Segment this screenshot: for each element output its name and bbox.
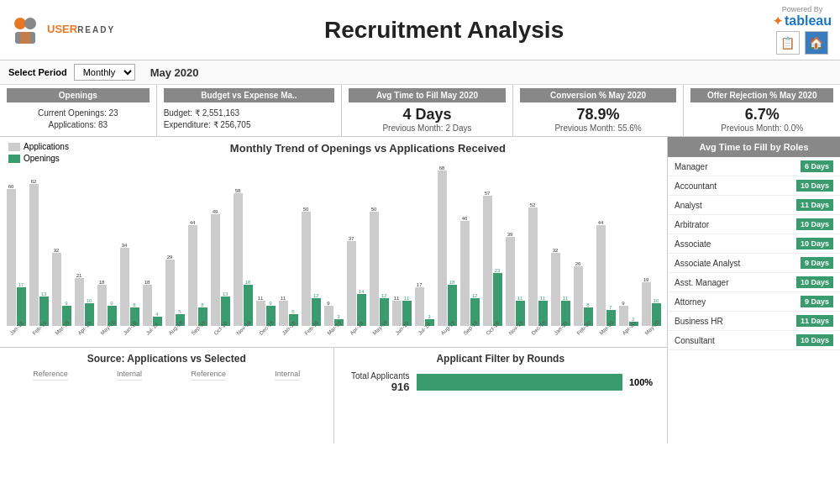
- svg-point-1: [24, 18, 36, 29]
- filter-label: Select Period: [8, 67, 67, 77]
- kpi-openings-title: Openings: [7, 88, 150, 102]
- role-name: Arbitrator: [675, 220, 709, 229]
- bar-group: 44 8 Sep-18: [186, 220, 208, 326]
- role-name: Business HR: [675, 317, 723, 326]
- bar-group: 17 3 Jul-19: [413, 282, 435, 326]
- role-days-badge: 10 Days: [796, 334, 833, 346]
- bar-group: 58 18 Nov-18: [232, 188, 254, 326]
- kpi-conversion-main: 78.9%: [520, 106, 677, 123]
- powered-by-label: Powered By: [773, 5, 832, 13]
- role-row: Business HR 11 Days: [668, 312, 840, 331]
- role-name: Associate Analyst: [675, 259, 740, 268]
- svg-rect-3: [20, 32, 30, 44]
- role-row: Attorney 9 Days: [668, 292, 840, 312]
- bar-group: 9 2 Apr-20: [617, 301, 639, 326]
- legend-open-box: [8, 155, 20, 163]
- period-label: May 2020: [150, 66, 199, 79]
- roles-list: Manager 6 Days Accountant 10 Days Analys…: [668, 157, 840, 444]
- col-ref2: Reference: [191, 370, 226, 381]
- kpi-avg-time: Avg Time to Fill May 2020 4 Days Previou…: [342, 85, 513, 136]
- bar-group: 18 4 Jul-18: [141, 280, 163, 326]
- role-days-badge: 9 Days: [801, 296, 833, 307]
- logo-text: USERREADY: [47, 24, 115, 35]
- role-days-badge: 9 Days: [801, 257, 833, 269]
- clipboard-icon[interactable]: 📋: [776, 31, 800, 55]
- bar-group: 68 18 Aug-19: [436, 165, 458, 326]
- bar-group: 62 13 Feb-18: [28, 179, 50, 326]
- bar-group: 39 11 Nov-19: [504, 232, 526, 326]
- role-row: Manager 6 Days: [668, 157, 840, 176]
- role-days-badge: 10 Days: [796, 276, 833, 288]
- role-name: Asst. Manager: [675, 278, 728, 287]
- kpi-conversion-title: Conversion % May 2020: [520, 88, 677, 102]
- bar-group: 21 10 Apr-18: [73, 273, 95, 326]
- kpi-offer-rejection-sub: Previous Month: 0.0%: [690, 123, 833, 133]
- role-name: Attorney: [675, 297, 706, 307]
- legend-applications: Applications: [8, 142, 69, 151]
- role-row: Consultant 10 Days: [668, 331, 840, 350]
- role-row: Associate Analyst 9 Days: [668, 254, 840, 273]
- role-days-badge: 6 Days: [801, 160, 833, 172]
- bar-group: 32 11 Jan-20: [549, 248, 571, 326]
- kpi-conversion: Conversion % May 2020 78.9% Previous Mon…: [513, 85, 685, 136]
- applicant-bar-fill: [417, 374, 623, 391]
- bar-group: 32 9 Mar-18: [50, 248, 72, 326]
- role-days-badge: 10 Days: [796, 238, 833, 249]
- legend-openings: Openings: [8, 154, 69, 163]
- bottom-left: Source: Applications vs Selected Referen…: [0, 348, 334, 444]
- right-panel: Avg Time to Fill by Roles Manager 6 Days…: [668, 137, 840, 444]
- bar-group: 50 12 May-19: [368, 207, 390, 326]
- period-select[interactable]: Monthly Weekly Yearly: [74, 64, 135, 81]
- bar-group: 11 5 Jan-19: [277, 296, 299, 326]
- kpi-row: Openings Current Openings: 23 Applicatio…: [0, 85, 840, 137]
- kpi-openings: Openings Current Openings: 23 Applicatio…: [0, 85, 157, 136]
- bar-group: 50 12 Feb-19: [300, 207, 322, 326]
- bar-group: 37 14 Apr-19: [345, 236, 367, 326]
- kpi-budget: Budget vs Expense Ma.. Budget: ₹ 2,551,1…: [157, 85, 343, 136]
- legend-apps-box: [8, 143, 20, 151]
- role-row: Associate 10 Days: [668, 234, 840, 254]
- applicant-row: Total Applicants 916 100%: [343, 371, 659, 393]
- role-name: Analyst: [675, 201, 702, 210]
- role-name: Consultant: [675, 336, 715, 345]
- logo-icon: [8, 13, 42, 47]
- kpi-conversion-sub: Previous Month: 55.6%: [520, 123, 677, 133]
- logo-area: USERREADY: [8, 13, 115, 47]
- bar-group: 18 9 May-18: [96, 280, 118, 326]
- kpi-avg-time-main: 4 Days: [349, 106, 506, 123]
- bar-group: 49 13 Oct-18: [209, 209, 231, 326]
- kpi-openings-value: Current Openings: 23: [7, 106, 150, 120]
- bar-chart: 60 17 Jan-18 62 13 Feb-18 32: [5, 165, 662, 341]
- applicant-label: Total Applicants 916: [343, 371, 410, 393]
- bar-group: 26 8 Feb-20: [572, 261, 594, 326]
- bar-group: 44 7 Mar-20: [595, 220, 617, 326]
- kpi-budget-val2: Expenditure: ₹ 256,705: [164, 120, 335, 129]
- bar-group: 11 9 Dec-18: [255, 296, 276, 326]
- bar-group: 60 17 Jan-18: [5, 184, 27, 326]
- header-icon-row[interactable]: 📋 🏠: [773, 31, 832, 55]
- kpi-avg-time-sub: Previous Month: 2 Days: [349, 123, 506, 133]
- bottom-left-title: Source: Applications vs Selected: [8, 353, 325, 365]
- bottom-left-cols: Reference Internal Reference Internal: [8, 370, 325, 381]
- kpi-offer-rejection: Offer Rejection % May 2020 6.7% Previous…: [684, 85, 840, 136]
- chart-title: Monthly Trend of Openings vs Application…: [77, 142, 659, 155]
- bar-chart-area: 60 17 Jan-18 62 13 Feb-18 32: [0, 165, 667, 347]
- role-row: Asst. Manager 10 Days: [668, 273, 840, 292]
- page-title: Recruitment Analysis: [115, 17, 773, 44]
- col-ref1: Reference: [33, 370, 68, 381]
- powered-by-area: Powered By ✦tableau 📋 🏠: [773, 5, 832, 55]
- bar-group: 11 11 Jun-19: [391, 296, 412, 326]
- home-icon[interactable]: 🏠: [805, 31, 828, 55]
- kpi-budget-val1: Budget: ₹ 2,551,163: [164, 106, 335, 120]
- chart-header: Applications Openings Monthly Trend of O…: [0, 137, 667, 165]
- bar-group: 52 11 Dec-19: [527, 202, 549, 326]
- bar-group: 57 23 Oct-19: [481, 191, 503, 326]
- header: USERREADY Recruitment Analysis Powered B…: [0, 0, 840, 60]
- col-int2: Internal: [275, 370, 300, 381]
- bottom-right: Applicant Filter by Rounds Total Applica…: [334, 348, 668, 444]
- bottom-right-title: Applicant Filter by Rounds: [343, 353, 659, 365]
- role-days-badge: 11 Days: [796, 315, 833, 327]
- role-days-badge: 10 Days: [796, 180, 833, 192]
- applicant-bar-bg: [417, 374, 623, 391]
- roles-title: Avg Time to Fill by Roles: [668, 137, 840, 157]
